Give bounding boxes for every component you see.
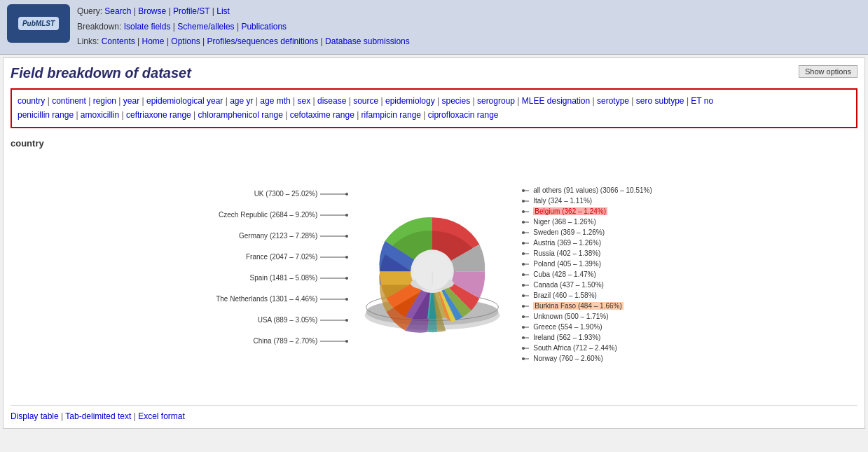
nav-scheme-alleles[interactable]: Scheme/alleles bbox=[177, 22, 234, 32]
nav-profiles-sequences[interactable]: Profiles/sequences definitions bbox=[207, 36, 319, 46]
main-content: Show options Field breakdown of dataset … bbox=[3, 57, 865, 429]
right-label-greece: Greece (554 – 1.90%) bbox=[522, 323, 652, 331]
field-penicillin[interactable]: penicillin range bbox=[18, 110, 74, 120]
right-label-unknown: Unknown (500 – 1.71%) bbox=[522, 313, 652, 321]
field-sero-subtype[interactable]: sero subtype bbox=[636, 96, 684, 106]
left-label-germany: Germany (2123 – 7.28%) bbox=[216, 232, 348, 240]
logo-text: PubMLST bbox=[18, 17, 59, 30]
nav-list[interactable]: List bbox=[216, 6, 230, 16]
field-ciprofloxacin[interactable]: ciprofloxacin range bbox=[428, 110, 499, 120]
query-label: Query: bbox=[77, 6, 102, 16]
field-age-mth[interactable]: age mth bbox=[260, 96, 290, 106]
right-label-burkina: Burkina Faso (484 – 1.66%) bbox=[522, 302, 652, 310]
svg-point-13 bbox=[345, 319, 348, 322]
left-label-uk: UK (7300 – 25.02%) bbox=[216, 190, 348, 198]
nav-search[interactable]: Search bbox=[104, 6, 131, 16]
svg-point-40 bbox=[522, 273, 525, 276]
left-label-spain: Spain (1481 – 5.08%) bbox=[216, 274, 348, 282]
svg-point-44 bbox=[522, 294, 525, 297]
svg-point-15 bbox=[345, 340, 348, 343]
field-serogroup[interactable]: serogroup bbox=[477, 96, 515, 106]
field-source[interactable]: source bbox=[353, 96, 378, 106]
header: PubMLST Query: Search | Browse | Profile… bbox=[0, 0, 868, 55]
svg-point-34 bbox=[522, 242, 525, 245]
field-rifampicin[interactable]: rifampicin range bbox=[361, 110, 421, 120]
field-age-yr[interactable]: age yr bbox=[230, 96, 253, 106]
field-et-no[interactable]: ET no bbox=[691, 96, 713, 106]
show-options-button[interactable]: Show options bbox=[799, 65, 857, 78]
svg-point-26 bbox=[522, 200, 525, 203]
field-country[interactable]: country bbox=[18, 96, 45, 106]
left-label-usa: USA (889 – 3.05%) bbox=[216, 316, 348, 324]
svg-point-1 bbox=[345, 193, 348, 196]
field-continent[interactable]: continent bbox=[52, 96, 86, 106]
svg-point-7 bbox=[345, 256, 348, 259]
nav-database-submissions[interactable]: Database submissions bbox=[325, 36, 410, 46]
nav-options[interactable]: Options bbox=[171, 36, 200, 46]
field-links-content: country | continent | region | year | ep… bbox=[18, 96, 713, 120]
right-label-canada: Canada (437 – 1.50%) bbox=[522, 281, 652, 289]
right-label-belgium: Belgium (362 – 1.24%) bbox=[522, 207, 652, 216]
right-label-others: all others (91 values) (3066 – 10.51%) bbox=[522, 186, 652, 195]
left-label-france: France (2047 – 7.02%) bbox=[216, 253, 348, 261]
right-label-sweden: Sweden (369 – 1.26%) bbox=[522, 228, 652, 237]
field-serotype[interactable]: serotype bbox=[597, 96, 629, 106]
field-species[interactable]: species bbox=[441, 96, 470, 106]
tab-delimited-link[interactable]: Tab-delimited text bbox=[65, 411, 131, 421]
display-table-link[interactable]: Display table bbox=[11, 411, 59, 421]
svg-point-56 bbox=[522, 357, 525, 360]
field-sex[interactable]: sex bbox=[297, 96, 310, 106]
nav-contents[interactable]: Contents bbox=[102, 36, 135, 46]
svg-point-32 bbox=[522, 231, 525, 234]
nav-home[interactable]: Home bbox=[142, 36, 165, 46]
right-label-south-africa: South Africa (712 – 2.44%) bbox=[522, 344, 652, 352]
svg-point-52 bbox=[522, 336, 525, 339]
field-links-box: country | continent | region | year | ep… bbox=[11, 88, 857, 128]
field-amoxicillin[interactable]: amoxicillin bbox=[81, 110, 119, 120]
header-links: Query: Search | Browse | Profile/ST | Li… bbox=[77, 4, 410, 50]
left-label-czech: Czech Republic (2684 – 9.20%) bbox=[216, 211, 348, 219]
field-ceftriaxone[interactable]: ceftriaxone range bbox=[126, 110, 191, 120]
svg-point-50 bbox=[522, 326, 525, 329]
nav-profile-st[interactable]: Profile/ST bbox=[173, 6, 209, 16]
svg-point-54 bbox=[522, 347, 525, 350]
svg-point-36 bbox=[522, 252, 525, 255]
right-label-niger: Niger (368 – 1.26%) bbox=[522, 218, 652, 226]
header-query-row: Query: Search | Browse | Profile/ST | Li… bbox=[77, 4, 410, 20]
field-disease[interactable]: disease bbox=[317, 96, 346, 106]
svg-point-11 bbox=[345, 298, 348, 301]
right-label-russia: Russia (402 – 1.38%) bbox=[522, 249, 652, 258]
header-links-row: Links: Contents | Home | Options | Profi… bbox=[77, 34, 410, 50]
field-cefotaxime[interactable]: cefotaxime range bbox=[290, 110, 354, 120]
field-epidemiological-year[interactable]: epidemiological year bbox=[146, 96, 223, 106]
field-epidemiology[interactable]: epidemiology bbox=[385, 96, 435, 106]
svg-point-28 bbox=[522, 210, 525, 213]
nav-browse[interactable]: Browse bbox=[138, 6, 166, 16]
chart-area: UK (7300 – 25.02%) Czech Republic (2684 … bbox=[11, 156, 857, 394]
svg-point-48 bbox=[522, 315, 525, 318]
nav-publications[interactable]: Publications bbox=[241, 22, 287, 32]
svg-point-3 bbox=[345, 214, 348, 217]
right-label-ireland: Ireland (562 – 1.93%) bbox=[522, 334, 652, 342]
breakdown-label: Breakdown: bbox=[77, 22, 121, 32]
field-mlee[interactable]: MLEE designation bbox=[522, 96, 590, 106]
logo: PubMLST bbox=[7, 4, 70, 43]
right-label-austria: Austria (369 – 1.26%) bbox=[522, 239, 652, 247]
nav-isolate-fields[interactable]: Isolate fields bbox=[124, 22, 171, 32]
field-chloramphenicol[interactable]: chloramphenicol range bbox=[198, 110, 283, 120]
svg-point-30 bbox=[522, 221, 525, 224]
svg-point-46 bbox=[522, 305, 525, 308]
field-region[interactable]: region bbox=[93, 96, 116, 106]
svg-point-9 bbox=[345, 277, 348, 280]
right-label-poland: Poland (405 – 1.39%) bbox=[522, 260, 652, 268]
left-label-netherlands: The Netherlands (1301 – 4.46%) bbox=[216, 295, 348, 303]
left-label-china: China (789 – 2.70%) bbox=[216, 337, 348, 345]
field-year[interactable]: year bbox=[123, 96, 139, 106]
svg-point-38 bbox=[522, 263, 525, 266]
excel-format-link[interactable]: Excel format bbox=[138, 411, 185, 421]
bottom-links: Display table | Tab-delimited text | Exc… bbox=[11, 405, 857, 421]
page-title: Field breakdown of dataset bbox=[11, 65, 857, 81]
svg-point-5 bbox=[345, 235, 348, 238]
svg-point-42 bbox=[522, 284, 525, 287]
right-label-cuba: Cuba (428 – 1.47%) bbox=[522, 270, 652, 279]
